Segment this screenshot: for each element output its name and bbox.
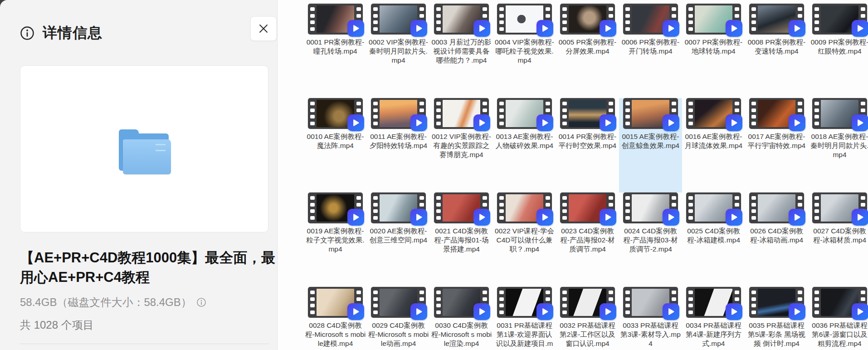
play-badge-icon[interactable] xyxy=(600,114,616,131)
play-badge-icon[interactable] xyxy=(536,209,553,226)
play-badge-icon[interactable] xyxy=(852,20,868,37)
video-item[interactable]: 0004 VIP案例教程-哪吒粒子视觉效果.mp4 xyxy=(493,4,556,98)
video-item[interactable]: 0027 C4D案例教程-冰箱材质.mp4 xyxy=(808,192,868,287)
filmstrip-holes-left xyxy=(686,98,695,129)
play-badge-icon[interactable] xyxy=(726,114,742,131)
play-badge-icon[interactable] xyxy=(536,20,553,37)
play-badge-icon[interactable] xyxy=(347,209,364,226)
video-item[interactable]: 0026 C4D案例教程-冰箱动画.mp4 xyxy=(745,192,808,287)
video-item[interactable]: 0005 PR案例教程-分屏效果.mp4 xyxy=(556,4,619,98)
video-item[interactable]: 0010 AE案例教程-魔法阵.mp4 xyxy=(304,98,367,192)
play-badge-icon[interactable] xyxy=(663,20,679,37)
play-badge-icon[interactable] xyxy=(347,20,364,37)
play-badge-icon[interactable] xyxy=(663,114,679,131)
video-filename: 0015 AE案例教程-创意鲸鱼效果.mp4 xyxy=(620,132,681,150)
play-badge-icon[interactable] xyxy=(473,20,490,37)
video-item[interactable]: 0017 AE案例教程-平行宇宙特效.mp4 xyxy=(745,98,808,192)
video-thumbnail xyxy=(560,287,615,318)
video-filename: 0023 C4D案例教程-产品海报02-材质调节.mp4 xyxy=(557,227,618,253)
video-thumbnail xyxy=(308,192,363,223)
video-item[interactable]: 0016 AE案例教程-月球流体效果.mp4 xyxy=(682,98,745,192)
video-item[interactable]: 0020 AE案例教程-创意三维空间.mp4 xyxy=(367,192,430,287)
video-item[interactable]: 0006 PR案例教程-开门转场.mp4 xyxy=(619,4,682,98)
play-badge-icon[interactable] xyxy=(789,209,805,226)
video-filename: 0025 C4D案例教程-冰箱建模.mp4 xyxy=(683,227,744,245)
play-badge-icon[interactable] xyxy=(789,20,805,37)
play-badge-icon[interactable] xyxy=(410,20,427,37)
filmstrip-holes-left xyxy=(434,192,443,223)
play-badge-icon[interactable] xyxy=(852,114,868,131)
size-info-icon[interactable] xyxy=(196,297,206,307)
play-badge-icon[interactable] xyxy=(663,209,679,226)
filmstrip-holes-left xyxy=(686,287,695,318)
filmstrip-holes-left xyxy=(497,98,506,129)
play-badge-icon[interactable] xyxy=(536,114,553,131)
video-item[interactable]: 0008 PR案例教程-变速转场.mp4 xyxy=(745,4,808,98)
play-badge-icon[interactable] xyxy=(852,209,868,226)
video-item[interactable]: 0028 C4D案例教程-Microsoft s mobile建模.mp4 xyxy=(304,287,367,350)
filmstrip-holes-left xyxy=(623,287,632,318)
video-item[interactable]: 0024 C4D案例教程-产品海报03-材质调节-2.mp4 xyxy=(619,192,682,287)
video-item[interactable]: 0015 AE案例教程-创意鲸鱼效果.mp4 xyxy=(619,98,682,192)
play-badge-icon[interactable] xyxy=(473,303,490,320)
play-badge-icon[interactable] xyxy=(347,303,364,320)
play-badge-icon[interactable] xyxy=(410,209,427,226)
video-filename: 0014 PR案例教程-平行时空效果.mp4 xyxy=(557,132,618,150)
video-item[interactable]: 0014 PR案例教程-平行时空效果.mp4 xyxy=(556,98,619,192)
video-item[interactable]: 0031 PR基础课程第1课-欢迎界面认识以及新建项目.mp4 xyxy=(493,287,556,350)
video-thumbnail xyxy=(497,192,552,223)
video-item[interactable]: 0009 PR案例教程-红眼特效.mp4 xyxy=(808,4,868,98)
filmstrip-holes-left xyxy=(308,98,317,129)
video-filename: 0007 PR案例教程-地球转场.mp4 xyxy=(683,38,744,56)
video-thumbnail xyxy=(371,287,426,318)
play-badge-icon[interactable] xyxy=(789,114,805,131)
video-item[interactable]: 0034 PR基础课程第4课-新建序列方式.mp4 xyxy=(682,287,745,350)
play-badge-icon[interactable] xyxy=(726,20,742,37)
panel-divider xyxy=(20,344,269,344)
play-badge-icon[interactable] xyxy=(473,209,490,226)
video-thumbnail xyxy=(560,98,615,129)
play-badge-icon[interactable] xyxy=(347,114,364,131)
video-item[interactable]: 0021 C4D案例教程-产品海报01-场景搭建.mp4 xyxy=(430,192,493,287)
video-item[interactable]: 0007 PR案例教程-地球转场.mp4 xyxy=(682,4,745,98)
play-badge-icon[interactable] xyxy=(410,114,427,131)
play-badge-icon[interactable] xyxy=(789,303,805,320)
video-item[interactable]: 0012 VIP案例教程-有趣的实景跟踪之赛博朋克.mp4 xyxy=(430,98,493,192)
play-badge-icon[interactable] xyxy=(600,20,616,37)
video-item[interactable]: 0018 AE案例教程-秦时明月同款片头.mp4 xyxy=(808,98,868,192)
video-thumbnail xyxy=(371,4,426,35)
play-badge-icon[interactable] xyxy=(726,303,742,320)
filmstrip-holes-left xyxy=(308,4,317,35)
video-item[interactable]: 0025 C4D案例教程-冰箱建模.mp4 xyxy=(682,192,745,287)
video-item[interactable]: 0023 C4D案例教程-产品海报02-材质调节.mp4 xyxy=(556,192,619,287)
video-item[interactable]: 0032 PR基础课程第2课-工作区以及窗口认识.mp4 xyxy=(556,287,619,350)
video-item[interactable]: 0002 VIP案例教程-秦时明月同款片头.mp4 xyxy=(367,4,430,98)
play-badge-icon[interactable] xyxy=(536,303,553,320)
play-badge-icon[interactable] xyxy=(410,303,427,320)
play-badge-icon[interactable] xyxy=(726,209,742,226)
play-badge-icon[interactable] xyxy=(852,303,868,320)
play-badge-icon[interactable] xyxy=(600,303,616,320)
close-button[interactable] xyxy=(250,16,277,41)
video-item[interactable]: 0036 PR基础课程第6课-源窗口以及粗剪流程.mp4 xyxy=(808,287,868,350)
video-item[interactable]: 0033 PR基础课程第3课-素材导入.mp4 xyxy=(619,287,682,350)
play-badge-icon[interactable] xyxy=(663,303,679,320)
details-header: 详情信息 xyxy=(20,20,258,46)
video-thumbnail xyxy=(686,287,741,318)
video-item[interactable]: 0029 C4D案例教程-Microsoft s mobile动画.mp4 xyxy=(367,287,430,350)
play-badge-icon[interactable] xyxy=(600,209,616,226)
video-filename: 0029 C4D案例教程-Microsoft s mobile动画.mp4 xyxy=(368,321,429,348)
video-thumbnail xyxy=(560,192,615,223)
folder-title: 【AE+PR+C4D教程1000集】最全面，最用心AE+PR+C4教程 xyxy=(20,248,277,287)
video-item[interactable]: 0035 PR基础课程第5课-彩条 黑场视频 倒计时.mp4 xyxy=(745,287,808,350)
video-item[interactable]: 0011 AE案例教程-夕阳特效转场.mp4 xyxy=(367,98,430,192)
filmstrip-holes-left xyxy=(371,4,380,35)
video-item[interactable]: 0013 AE案例教程-人物破碎效果.mp4 xyxy=(493,98,556,192)
video-item[interactable]: 0030 C4D案例教程-Microsoft s mobile渲染.mp4 xyxy=(430,287,493,350)
video-item[interactable]: 0003 月薪过万的影视设计师需要具备哪些能力？.mp4 xyxy=(430,4,493,98)
video-item[interactable]: 0019 AE案例教程-粒子文字视觉效果.mp4 xyxy=(304,192,367,287)
video-item[interactable]: 0001 PR案例教程-瞳孔转场.mp4 xyxy=(304,4,367,98)
play-badge-icon[interactable] xyxy=(473,114,490,131)
video-filename: 0019 AE案例教程-粒子文字视觉效果.mp4 xyxy=(305,227,366,253)
video-item[interactable]: 0022 VIP课程-学会C4D可以做什么兼职？.mp4 xyxy=(493,192,556,287)
